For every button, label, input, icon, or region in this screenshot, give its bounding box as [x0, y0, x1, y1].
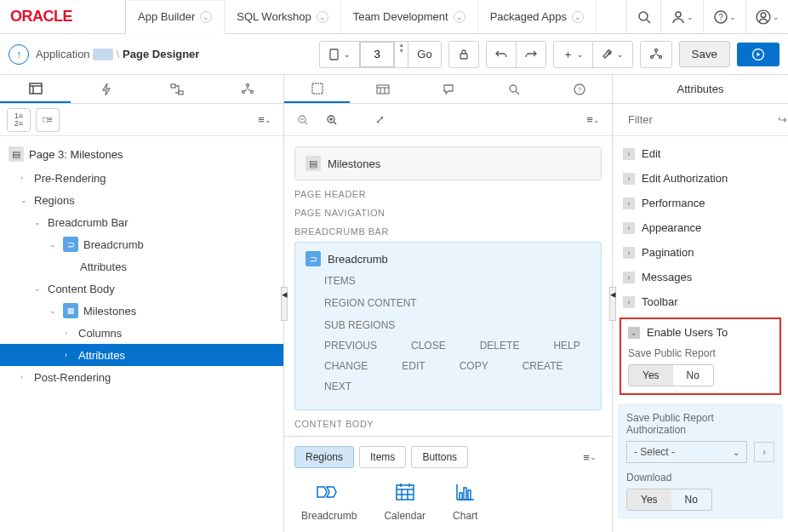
tree-columns[interactable]: ›Columns [0, 322, 283, 344]
gallery-buttons-tab[interactable]: Buttons [411, 446, 468, 468]
tree-regions[interactable]: ⌄Regions [0, 189, 283, 211]
layout-menu-icon[interactable]: ≡ ⌄ [581, 108, 605, 132]
page-search-tab[interactable] [481, 75, 546, 103]
gallery-regions-tab[interactable]: Regions [294, 446, 354, 468]
page-selector[interactable]: ⌄ ▲▼ Go [319, 41, 441, 68]
region-milestones-header[interactable]: ▤ Milestones [295, 147, 601, 180]
filter-input[interactable] [628, 113, 771, 126]
nav-label: App Builder [138, 10, 195, 23]
tree-content-body[interactable]: ⌄Content Body [0, 277, 283, 300]
gallery-menu-icon[interactable]: ≡ ⌄ [578, 445, 602, 469]
admin-icon[interactable]: ⌄ [660, 0, 703, 33]
attr-group-appearance[interactable]: ›Appearance [618, 215, 783, 240]
breadcrumb: Application \ Page Designer [36, 48, 199, 61]
utilities-icon[interactable]: ⌄ [593, 42, 632, 67]
tree-post-rendering[interactable]: ›Post-Rendering [0, 366, 283, 388]
grid-icon: ▦ [63, 303, 78, 318]
page-icon: ▤ [9, 146, 24, 162]
breadcrumb-app[interactable]: Application [36, 48, 90, 60]
attr-group-pagination[interactable]: ›Pagination [618, 240, 783, 265]
gallery-chart[interactable]: Chart [453, 481, 477, 522]
rendering-tab[interactable] [0, 75, 71, 103]
left-splitter[interactable]: ◂ [281, 287, 288, 321]
nav-app-builder[interactable]: App Builder ⌄ [126, 1, 225, 34]
no-option[interactable]: No [671, 489, 711, 510]
slot-edit: EDIT [402, 360, 425, 372]
gallery-calendar[interactable]: Calendar [384, 481, 425, 522]
nav-packaged-apps[interactable]: Packaged Apps ⌄ [478, 0, 597, 33]
help-icon[interactable]: ?⌄ [703, 0, 745, 33]
zoom-out-icon[interactable] [291, 108, 315, 132]
user-icon[interactable]: ⌄ [745, 0, 788, 33]
tree-milestones[interactable]: ⌄▦Milestones [0, 300, 283, 322]
breadcrumb-region[interactable]: ⊃ Breadcrumb ITEMS REGION CONTENT SUB RE… [294, 242, 602, 410]
yes-option[interactable]: Yes [627, 489, 671, 510]
auth-select[interactable]: - Select - ⌄ [626, 441, 747, 463]
filter-menu-icon[interactable]: ↪⌄ [778, 113, 788, 126]
page-stepper[interactable]: ▲▼ [395, 42, 408, 67]
create-icon[interactable]: ＋⌄ [554, 42, 593, 67]
tree-label: Regions [34, 194, 75, 207]
dynamic-actions-tab[interactable] [71, 75, 141, 103]
no-option[interactable]: No [673, 365, 713, 386]
slot-next: NEXT [324, 380, 351, 392]
sort-component-icon[interactable]: □≡ [36, 108, 60, 132]
save-public-report-toggle[interactable]: Yes No [628, 364, 714, 386]
tree-attributes-milestones[interactable]: ›Attributes [0, 344, 283, 366]
save-button[interactable]: Save [679, 41, 730, 67]
nav-label: Packaged Apps [490, 10, 567, 23]
component-view-tab[interactable] [350, 75, 415, 103]
go-button[interactable]: Go [408, 42, 440, 67]
svg-line-1 [647, 20, 650, 23]
attr-label: Enable Users To [647, 326, 728, 339]
layout-tab[interactable] [284, 75, 350, 103]
shared-components-icon[interactable] [641, 42, 671, 67]
zoom-in-icon[interactable] [320, 108, 344, 132]
attr-group-enable-users-to[interactable]: ⌄ Enable Users To [628, 326, 773, 339]
svg-rect-48 [468, 490, 471, 500]
sort-processing-icon[interactable]: 1≡2≡ [7, 108, 31, 132]
attr-group-toolbar[interactable]: ›Toolbar [618, 289, 783, 314]
tree-breadcrumb[interactable]: ⌄⊃Breadcrumb [0, 233, 283, 255]
tree-breadcrumb-bar[interactable]: ⌄Breadcrumb Bar [0, 211, 283, 233]
page-finder-icon[interactable]: ⌄ [320, 42, 360, 67]
shared-tab[interactable] [213, 75, 283, 103]
tree-menu-icon[interactable]: ≡ ⌄ [253, 108, 277, 132]
attr-group-edit[interactable]: ›Edit [618, 141, 783, 166]
tree-attributes-bc[interactable]: Attributes [0, 255, 283, 277]
chart-icon [455, 481, 476, 503]
download-toggle[interactable]: Yes No [626, 489, 712, 511]
svg-point-0 [639, 12, 648, 20]
tree-label: Page 3: Milestones [29, 148, 123, 161]
tree-label: Milestones [83, 305, 136, 317]
go-to-icon[interactable]: › [754, 442, 774, 462]
processing-tab[interactable] [142, 75, 213, 103]
nav-team-development[interactable]: Team Development ⌄ [341, 0, 478, 33]
svg-line-36 [334, 122, 336, 124]
tree-label: Attributes [78, 349, 125, 362]
gallery-breadcrumb[interactable]: Breadcrumb [301, 481, 357, 522]
lock-icon[interactable] [449, 42, 478, 67]
up-icon[interactable]: ↑ [9, 44, 29, 65]
chevron-down-icon: ⌄ [733, 448, 739, 457]
run-button[interactable] [737, 43, 779, 66]
messages-tab[interactable] [415, 75, 481, 103]
attr-group-performance[interactable]: ›Performance [618, 191, 783, 215]
page-number-input[interactable] [360, 42, 394, 67]
search-icon[interactable] [626, 0, 660, 33]
help-tab[interactable]: ? [546, 75, 612, 103]
gallery-items-tab[interactable]: Items [359, 446, 406, 468]
tree-label: Pre-Rendering [34, 172, 106, 185]
right-splitter[interactable]: ◂ [609, 287, 616, 321]
expand-icon[interactable]: ⤢ [368, 108, 391, 132]
tree-page-node[interactable]: ▤ Page 3: Milestones [0, 141, 283, 167]
tree-pre-rendering[interactable]: ›Pre-Rendering [0, 167, 283, 189]
redo-icon[interactable] [517, 42, 545, 67]
select-value: - Select - [634, 446, 675, 458]
region-icon: ▤ [305, 156, 321, 171]
nav-sql-workshop[interactable]: SQL Workshop ⌄ [225, 0, 340, 33]
yes-option[interactable]: Yes [629, 365, 673, 386]
attr-group-edit-auth[interactable]: ›Edit Authorization [618, 166, 783, 191]
undo-icon[interactable] [487, 42, 517, 67]
attr-group-messages[interactable]: ›Messages [618, 265, 783, 289]
